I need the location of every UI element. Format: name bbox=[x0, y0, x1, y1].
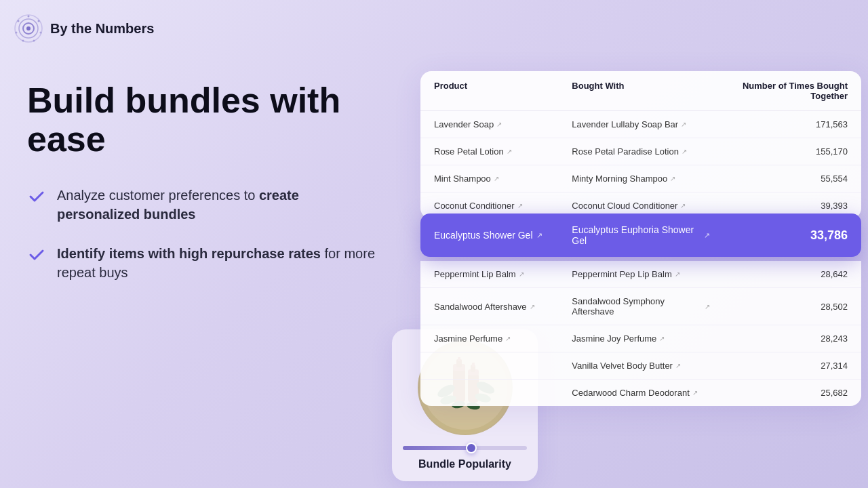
external-link-icon[interactable]: ↗ bbox=[682, 148, 687, 155]
external-link-icon[interactable]: ↗ bbox=[507, 148, 512, 155]
data-table: Product Bought With Number of Times Boug… bbox=[420, 71, 861, 219]
bought-with-cell: Rose Petal Paradise Lotion ↗ bbox=[572, 146, 709, 157]
external-link-icon[interactable]: ↗ bbox=[536, 231, 542, 240]
svg-point-8 bbox=[22, 40, 24, 42]
external-link-icon[interactable]: ↗ bbox=[705, 303, 710, 310]
table-row: Rose Petal Lotion ↗ Rose Petal Paradise … bbox=[420, 138, 861, 165]
svg-point-7 bbox=[33, 40, 35, 42]
external-link-icon[interactable]: ↗ bbox=[659, 335, 665, 342]
external-link-icon[interactable]: ↗ bbox=[530, 303, 535, 310]
bought-with-cell: Cedarwood Charm Deodorant ↗ bbox=[572, 388, 709, 398]
svg-point-4 bbox=[28, 16, 30, 18]
slider-thumb[interactable] bbox=[466, 443, 477, 453]
feature-text-1: Analyze customer preferences to create p… bbox=[57, 186, 380, 224]
product-cell: Peppermint Lip Balm ↗ bbox=[434, 269, 572, 279]
table-below: Peppermint Lip Balm ↗ Peppermint Pep Lip… bbox=[420, 261, 861, 406]
check-icon-1 bbox=[27, 187, 46, 206]
svg-point-5 bbox=[38, 20, 40, 22]
product-cell: Jasmine Perfume ↗ bbox=[434, 333, 572, 344]
page-title: Build bundles with ease bbox=[27, 81, 380, 159]
table-row: Vanilla Velvet Body Butter ↗ 27,314 bbox=[420, 352, 861, 380]
bought-with-cell: Coconut Cloud Conditioner ↗ bbox=[572, 201, 709, 211]
slider-track bbox=[403, 446, 527, 450]
table-header: Product Bought With Number of Times Boug… bbox=[420, 71, 861, 111]
table-row: Mint Shampoo ↗ Minty Morning Shampoo ↗ 5… bbox=[420, 165, 861, 192]
col-header-count: Number of Times Bought Together bbox=[710, 81, 848, 101]
count-cell: 25,682 bbox=[710, 388, 848, 398]
external-link-icon[interactable]: ↗ bbox=[494, 175, 499, 182]
count-cell: 28,642 bbox=[710, 269, 848, 279]
bought-with-cell: Sandalwood Symphony Aftershave ↗ bbox=[572, 296, 709, 317]
slider-container[interactable] bbox=[403, 446, 527, 450]
bought-with-cell: Lavender Lullaby Soap Bar ↗ bbox=[572, 119, 709, 129]
svg-point-3 bbox=[26, 26, 31, 30]
highlighted-product: Eucalyptus Shower Gel ↗ bbox=[434, 224, 572, 246]
header: By the Numbers bbox=[14, 14, 154, 43]
table-row: Cedarwood Charm Deodorant ↗ 25,682 bbox=[420, 380, 861, 406]
highlighted-count: 33,786 bbox=[710, 224, 848, 246]
bundle-label: Bundle Popularity bbox=[403, 458, 527, 470]
product-cell bbox=[434, 388, 572, 398]
external-link-icon[interactable]: ↗ bbox=[675, 362, 681, 369]
table-row: Lavender Soap ↗ Lavender Lullaby Soap Ba… bbox=[420, 111, 861, 138]
product-cell: Coconut Conditioner ↗ bbox=[434, 201, 572, 211]
external-link-icon[interactable]: ↗ bbox=[519, 270, 524, 278]
svg-point-9 bbox=[16, 32, 18, 34]
check-icon-2 bbox=[27, 245, 46, 264]
highlighted-row[interactable]: Eucalyptus Shower Gel ↗ Eucalyptus Eupho… bbox=[420, 214, 861, 257]
bought-with-cell: Jasmine Joy Perfume ↗ bbox=[572, 333, 709, 344]
count-cell: 55,554 bbox=[710, 174, 848, 184]
bought-with-cell: Minty Morning Shampoo ↗ bbox=[572, 174, 709, 184]
external-link-icon[interactable]: ↗ bbox=[496, 121, 502, 128]
external-link-icon[interactable]: ↗ bbox=[517, 202, 523, 209]
count-cell: 27,314 bbox=[710, 361, 848, 371]
product-cell: Sandalwood Aftershave ↗ bbox=[434, 296, 572, 317]
external-link-icon[interactable]: ↗ bbox=[675, 270, 680, 278]
feature-item-1: Analyze customer preferences to create p… bbox=[27, 186, 380, 224]
count-cell: 28,243 bbox=[710, 333, 848, 344]
product-cell: Lavender Soap ↗ bbox=[434, 119, 572, 129]
product-cell: Rose Petal Lotion ↗ bbox=[434, 146, 572, 157]
count-cell: 155,170 bbox=[710, 146, 848, 157]
col-header-bought-with: Bought With bbox=[572, 81, 709, 101]
external-link-icon[interactable]: ↗ bbox=[692, 389, 698, 396]
bought-with-cell: Vanilla Velvet Body Butter ↗ bbox=[572, 361, 709, 371]
external-link-icon[interactable]: ↗ bbox=[704, 231, 710, 240]
slider-fill bbox=[403, 446, 471, 450]
count-cell: 39,393 bbox=[710, 201, 848, 211]
external-link-icon[interactable]: ↗ bbox=[681, 121, 686, 128]
svg-point-10 bbox=[18, 20, 20, 22]
left-content: Build bundles with ease Analyze customer… bbox=[27, 81, 380, 282]
count-cell: 171,563 bbox=[710, 119, 848, 129]
feature-list: Analyze customer preferences to create p… bbox=[27, 186, 380, 282]
svg-point-6 bbox=[40, 32, 42, 34]
feature-item-2: Identify items with high repurchase rate… bbox=[27, 244, 380, 282]
count-cell: 28,502 bbox=[710, 296, 848, 317]
external-link-icon[interactable]: ↗ bbox=[670, 175, 675, 182]
highlighted-bought-with: Eucalyptus Euphoria Shower Gel ↗ bbox=[572, 224, 709, 246]
external-link-icon[interactable]: ↗ bbox=[680, 202, 686, 209]
table-row: Jasmine Perfume ↗ Jasmine Joy Perfume ↗ … bbox=[420, 325, 861, 352]
product-cell bbox=[434, 361, 572, 371]
brand-name: By the Numbers bbox=[50, 21, 154, 37]
feature-text-2: Identify items with high repurchase rate… bbox=[57, 244, 380, 282]
table-row: Sandalwood Aftershave ↗ Sandalwood Symph… bbox=[420, 288, 861, 325]
table-row: Peppermint Lip Balm ↗ Peppermint Pep Lip… bbox=[420, 261, 861, 288]
col-header-product: Product bbox=[434, 81, 572, 101]
bought-with-cell: Peppermint Pep Lip Balm ↗ bbox=[572, 269, 709, 279]
product-cell: Mint Shampoo ↗ bbox=[434, 174, 572, 184]
logo-icon bbox=[14, 14, 43, 43]
external-link-icon[interactable]: ↗ bbox=[505, 335, 511, 342]
